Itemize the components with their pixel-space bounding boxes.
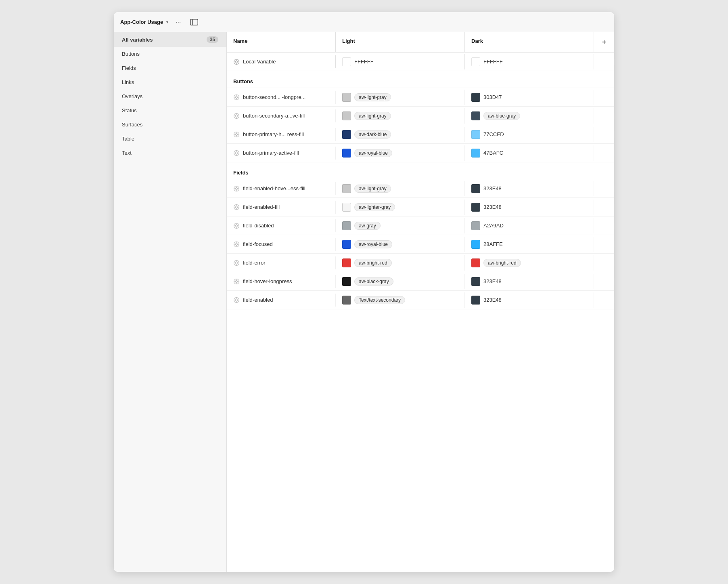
var-extra-cell: [594, 185, 614, 192]
dark-swatch: [471, 203, 480, 212]
dark-swatch: [471, 221, 480, 230]
var-dark-cell: aw-bright-red: [465, 255, 594, 271]
var-name: button-primary-h... ress-fill: [243, 131, 304, 137]
light-chip: aw-light-gray: [354, 185, 391, 193]
light-chip: aw-royal-blue: [354, 149, 392, 157]
var-dark-cell: A2A9AD: [465, 218, 594, 233]
more-options-button[interactable]: ···: [173, 17, 183, 27]
local-variable-name: Local Variable: [243, 59, 276, 65]
dark-value: 323E48: [483, 297, 502, 303]
svg-point-69: [236, 299, 238, 301]
column-header-dark: Dark: [465, 32, 594, 52]
light-chip: aw-gray: [354, 222, 381, 230]
var-name-cell: button-secondary-a...ve-fill: [227, 109, 336, 122]
sidebar-item-status[interactable]: Status: [114, 103, 226, 118]
sidebar-label-text: Text: [122, 150, 132, 156]
light-swatch: [342, 111, 351, 120]
table-row: field-error aw-bright-red aw-bright-red: [227, 254, 614, 272]
var-name: field-enabled-hove...ess-fill: [243, 185, 305, 191]
sidebar-item-links[interactable]: Links: [114, 75, 226, 89]
light-chip: Text/text-secondary: [354, 296, 405, 304]
var-extra-cell: [594, 113, 614, 119]
panel-toggle-button[interactable]: [188, 17, 200, 27]
light-chip: aw-bright-red: [354, 259, 392, 267]
local-var-dark-swatch: [471, 57, 480, 66]
var-name-cell: field-error: [227, 256, 336, 269]
variable-icon: [233, 260, 240, 266]
svg-point-45: [236, 225, 238, 227]
var-name: field-error: [243, 260, 266, 266]
sidebar-item-text[interactable]: Text: [114, 146, 226, 160]
var-name-cell: field-enabled-hove...ess-fill: [227, 182, 336, 195]
variable-icon: [233, 185, 240, 192]
var-dark-cell: 47BAFC: [465, 145, 594, 161]
app-window: App-Color Usage ▾ ··· All variables 35: [114, 12, 614, 572]
title-bar: App-Color Usage ▾ ···: [114, 12, 614, 32]
var-dark-cell: 323E48: [465, 292, 594, 308]
var-light-cell: aw-royal-blue: [336, 145, 465, 161]
sidebar-item-table[interactable]: Table: [114, 132, 226, 146]
variable-icon: [233, 113, 240, 119]
table-row: field-enabled-hove...ess-fill aw-light-g…: [227, 179, 614, 198]
plus-icon: +: [602, 38, 607, 46]
sidebar-item-all-variables[interactable]: All variables 35: [114, 32, 226, 47]
svg-point-39: [236, 206, 238, 208]
table-row: field-enabled-fill aw-lighter-gray 323E4…: [227, 198, 614, 216]
sidebar-item-buttons[interactable]: Buttons: [114, 47, 226, 61]
buttons-section-title: Buttons: [233, 78, 253, 84]
add-column-button[interactable]: +: [594, 32, 614, 52]
svg-point-21: [236, 133, 238, 135]
var-name: button-secondary-a...ve-fill: [243, 113, 305, 119]
dark-chip: aw-blue-gray: [483, 112, 520, 120]
local-variable-row: Local Variable FFFFFF FFFFFF: [227, 53, 614, 71]
all-variables-badge: 35: [207, 36, 218, 43]
var-name: field-hover-longpress: [243, 278, 292, 284]
table-row: field-enabled Text/text-secondary 323E48: [227, 291, 614, 309]
sidebar-item-surfaces[interactable]: Surfaces: [114, 118, 226, 132]
variable-icon: [233, 297, 240, 303]
dark-value: 303D47: [483, 94, 502, 100]
light-swatch: [342, 130, 351, 139]
svg-point-57: [236, 262, 238, 264]
variable-icon: [233, 131, 240, 138]
sidebar-item-overlays[interactable]: Overlays: [114, 89, 226, 103]
table-row: field-disabled aw-gray A2A9AD: [227, 216, 614, 235]
var-name-cell: button-primary-h... ress-fill: [227, 128, 336, 141]
dark-swatch: [471, 240, 480, 249]
sidebar-item-fields[interactable]: Fields: [114, 61, 226, 75]
var-light-cell: aw-light-gray: [336, 108, 465, 124]
variable-icon: [233, 94, 240, 101]
var-extra-cell: [594, 278, 614, 285]
var-name: field-enabled-fill: [243, 204, 280, 210]
local-var-name-cell: Local Variable: [227, 55, 336, 68]
light-chip: aw-light-gray: [354, 93, 391, 101]
dark-value: 323E48: [483, 278, 502, 284]
dark-swatch: [471, 277, 480, 286]
dark-swatch: [471, 258, 480, 267]
content-area: Name Light Dark +: [227, 32, 614, 572]
light-swatch: [342, 203, 351, 212]
var-extra-cell: [594, 204, 614, 210]
light-chip: aw-black-gray: [354, 277, 393, 286]
table-row: button-second... -longpre... aw-light-gr…: [227, 88, 614, 107]
var-dark-cell: 323E48: [465, 274, 594, 289]
variable-icon: [233, 223, 240, 229]
chevron-down-icon[interactable]: ▾: [166, 20, 168, 24]
table-row: button-primary-h... ress-fill aw-dark-bl…: [227, 125, 614, 144]
light-swatch: [342, 296, 351, 305]
variable-icon: [233, 204, 240, 210]
table-header: Name Light Dark +: [227, 32, 614, 53]
var-extra-cell: [594, 150, 614, 156]
light-chip: aw-dark-blue: [354, 130, 391, 139]
var-dark-cell: aw-blue-gray: [465, 108, 594, 124]
fields-section-header: Fields: [227, 162, 614, 179]
fields-section-title: Fields: [233, 170, 249, 176]
variable-icon: [233, 150, 240, 156]
main-layout: All variables 35 Buttons Fields Links Ov…: [114, 32, 614, 572]
table-row: button-secondary-a...ve-fill aw-light-gr…: [227, 107, 614, 125]
buttons-section-header: Buttons: [227, 71, 614, 88]
var-extra-cell: [594, 223, 614, 229]
variable-icon: [233, 59, 240, 65]
var-name-cell: field-enabled-fill: [227, 201, 336, 214]
var-extra-cell: [594, 94, 614, 101]
